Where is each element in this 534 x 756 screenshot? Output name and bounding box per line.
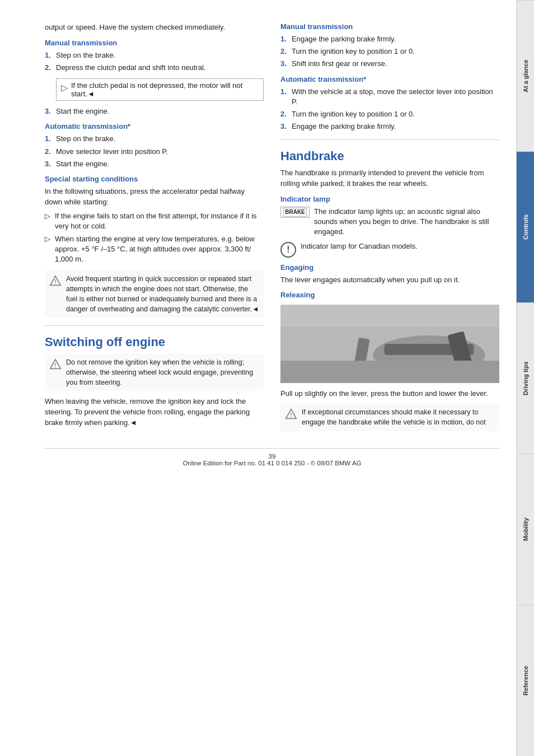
releasing-section: Releasing	[280, 291, 499, 431]
divider	[45, 325, 264, 326]
engaging-section: Engaging The lever engages automatically…	[280, 263, 499, 286]
two-col-layout: output or speed. Have the system checked…	[45, 22, 499, 437]
page-number: 39	[269, 453, 276, 460]
sidebar-tab-at-a-glance[interactable]: At a glance	[517, 0, 534, 151]
svg-text:!: !	[54, 362, 56, 368]
circle-indicator-text: Indicator lamp for Canadian models.	[301, 242, 418, 250]
list-item: 3.Engage the parking brake firmly.	[280, 122, 499, 132]
handbrake-heading: Handbrake	[280, 149, 499, 164]
special-conditions-intro: In the following situations, press the a…	[45, 186, 264, 208]
warning-triangle-icon: !	[49, 358, 62, 371]
list-item: ▷ When starting the engine at very low t…	[45, 234, 264, 265]
releasing-warning-text: If exceptional circumstances should make…	[302, 407, 495, 427]
sidebar-tab-reference[interactable]: Reference	[517, 605, 534, 756]
switching-off-warning: ! Do not remove the ignition key when th…	[45, 354, 264, 391]
automatic-transmission-section: Automatic transmission* 1.Step on the br…	[45, 122, 264, 169]
list-item: 2.Depress the clutch pedal and shift int…	[45, 63, 264, 73]
right-automatic-transmission-section: Automatic transmission* 1.With the vehic…	[280, 75, 499, 132]
releasing-text: Pull up slightly on the lever, press the…	[280, 389, 499, 399]
right-column: Manual transmission 1.Engage the parking…	[280, 22, 499, 437]
svg-text:!: !	[290, 412, 292, 418]
special-conditions-bullets: ▷ If the engine fails to start on the fi…	[45, 211, 264, 265]
special-conditions-warning-text: Avoid frequent starting in quick success…	[66, 274, 259, 315]
manual-transmission-step3: 3.Start the engine.	[45, 106, 264, 116]
list-item: 3.Start the engine.	[45, 159, 264, 169]
sidebar-tabs: At a glance Controls Driving tips Mobili…	[516, 0, 534, 756]
svg-text:!: !	[54, 278, 56, 284]
inline-note-text: If the clutch pedal is not depressed, th…	[71, 81, 259, 98]
brake-box-outer: BRAKE	[280, 207, 310, 218]
switching-off-heading: Switching off engine	[45, 335, 264, 349]
special-conditions-warning: ! Avoid frequent starting in quick succe…	[45, 270, 264, 318]
list-item: 2.Turn the ignition key to position 1 or…	[280, 46, 499, 57]
manual-transmission-section: Manual transmission 1.Step on the brake.…	[45, 39, 264, 117]
sidebar-tab-controls[interactable]: Controls	[517, 151, 534, 302]
list-item: 2.Move selector lever into position P.	[45, 147, 264, 157]
brake-box-inner: BRAKE	[283, 208, 307, 217]
intro-text: output or speed. Have the system checked…	[45, 22, 264, 33]
warning-triangle-icon: !	[49, 275, 62, 287]
right-manual-transmission-section: Manual transmission 1.Engage the parking…	[280, 22, 499, 69]
handbrake-divider	[280, 139, 499, 140]
svg-rect-10	[280, 305, 499, 327]
list-item: 3.Shift into first gear or reverse.	[280, 59, 499, 69]
bullet-arrow-icon: ▷	[45, 211, 51, 221]
main-content: output or speed. Have the system checked…	[0, 0, 516, 756]
inline-clutch-note: ▷ If the clutch pedal is not depressed, …	[56, 78, 264, 101]
manual-transmission-heading: Manual transmission	[45, 39, 264, 47]
right-manual-transmission-steps: 1.Engage the parking brake firmly. 2.Tur…	[280, 34, 499, 69]
releasing-warning: ! If exceptional circumstances should ma…	[280, 404, 499, 431]
left-column: output or speed. Have the system checked…	[45, 22, 264, 437]
indicator-lamp-heading: Indicator lamp	[280, 195, 499, 203]
handbrake-intro: The handbrake is primarily intended to p…	[280, 168, 499, 189]
special-conditions-section: Special starting conditions In the follo…	[45, 175, 264, 318]
automatic-transmission-steps: 1.Step on the brake. 2.Move selector lev…	[45, 134, 264, 169]
list-item: 1.Step on the brake.	[45, 134, 264, 144]
list-item: ▷ If the engine fails to start on the fi…	[45, 211, 264, 231]
indicator-lamp-section: Indicator lamp BRAKE The indicator lamp …	[280, 195, 499, 258]
right-manual-transmission-heading: Manual transmission	[280, 22, 499, 31]
list-item: 1.With the vehicle at a stop, move the s…	[280, 87, 499, 107]
footer-text: Online Edition for Part no. 01 41 0 014 …	[182, 460, 361, 466]
brake-indicator: BRAKE The indicator lamp lights up; an a…	[280, 207, 499, 237]
list-item: 2.Turn the ignition key to position 1 or…	[280, 109, 499, 119]
brake-label: BRAKE	[285, 209, 305, 215]
manual-transmission-steps: 1.Step on the brake. 2.Depress the clutc…	[45, 50, 264, 73]
handbrake-image	[280, 305, 499, 383]
svg-rect-9	[280, 361, 499, 383]
engaging-text: The lever engages automatically when you…	[280, 275, 499, 286]
list-item: 3.Start the engine.	[45, 106, 264, 116]
list-item: 1.Step on the brake.	[45, 50, 264, 60]
sidebar-tab-mobility[interactable]: Mobility	[517, 454, 534, 605]
circle-exclamation-icon: !	[280, 242, 296, 258]
list-item: 1.Engage the parking brake firmly.	[280, 34, 499, 44]
right-automatic-transmission-heading: Automatic transmission*	[280, 75, 499, 83]
note-arrow-icon: ▷	[61, 82, 68, 93]
bullet-arrow-icon: ▷	[45, 234, 51, 244]
sidebar-tab-driving-tips[interactable]: Driving tips	[517, 302, 534, 454]
brake-text: The indicator lamp lights up; an acousti…	[314, 207, 499, 237]
switching-off-text: When leaving the vehicle, remove the ign…	[45, 396, 264, 428]
automatic-transmission-heading: Automatic transmission*	[45, 122, 264, 130]
engaging-heading: Engaging	[280, 263, 499, 272]
releasing-heading: Releasing	[280, 291, 499, 299]
handbrake-photo	[280, 305, 499, 383]
warning-triangle-icon: !	[285, 408, 297, 421]
circle-indicator: ! Indicator lamp for Canadian models.	[280, 242, 499, 258]
right-automatic-transmission-steps: 1.With the vehicle at a stop, move the s…	[280, 87, 499, 132]
special-conditions-heading: Special starting conditions	[45, 175, 264, 183]
page-wrapper: output or speed. Have the system checked…	[0, 0, 534, 756]
page-footer: 39 Online Edition for Part no. 01 41 0 0…	[45, 448, 499, 466]
switching-off-warning-text: Do not remove the ignition key when the …	[66, 357, 259, 388]
